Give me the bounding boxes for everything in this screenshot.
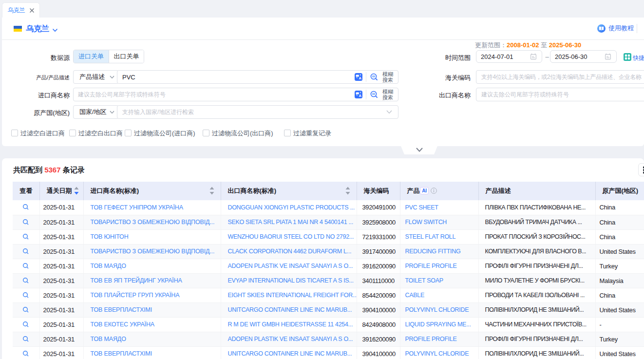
svg-text:A: A — [359, 76, 361, 80]
svg-text:A: A — [359, 94, 361, 98]
